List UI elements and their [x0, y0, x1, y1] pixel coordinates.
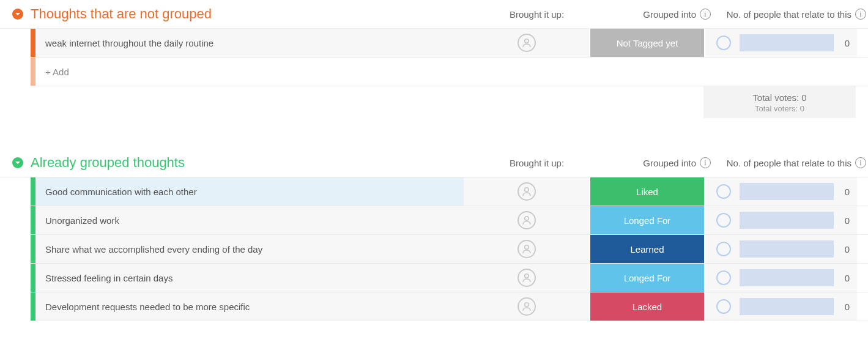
vote-count: 0: [842, 302, 850, 312]
svg-point-4: [524, 274, 528, 278]
thought-row[interactable]: Unorganized work Longed For 0: [31, 206, 868, 235]
thought-row[interactable]: weak internet throughout the daily routi…: [31, 29, 868, 58]
total-votes: Total votes: 0: [703, 92, 856, 103]
total-voters: Total voters: 0: [703, 104, 856, 113]
row-stripe: [31, 264, 35, 292]
vote-toggle[interactable]: [716, 213, 731, 228]
relate-cell: 0: [705, 206, 857, 234]
vote-toggle[interactable]: [716, 35, 731, 50]
vote-bar: [740, 34, 834, 51]
row-stripe: [31, 177, 35, 206]
relate-cell: 0: [705, 264, 857, 292]
brought-cell: [464, 292, 589, 321]
tag-longed[interactable]: Longed For: [590, 264, 704, 292]
row-stripe: [31, 292, 35, 321]
column-header-relate: No. of people that relate to this i: [714, 157, 866, 168]
thought-text: Stressed feeling in certain days: [35, 264, 464, 292]
section-header-grouped: Already grouped thoughts Brought it up: …: [0, 149, 868, 177]
thought-text: Share what we accomplished every ending …: [35, 235, 464, 263]
avatar-icon: [517, 240, 536, 258]
section-ungrouped: Thoughts that are not grouped Brought it…: [0, 0, 868, 118]
vote-toggle[interactable]: [716, 299, 731, 314]
thought-text: Unorganized work: [35, 206, 464, 234]
row-stripe: [31, 58, 35, 86]
column-header-grouped: Grouped into i: [599, 157, 714, 168]
relate-cell: 0: [705, 29, 857, 57]
collapse-toggle-ungrouped[interactable]: [12, 9, 23, 20]
section-title: Already grouped thoughts: [31, 155, 185, 171]
relate-cell: 0: [705, 235, 857, 263]
info-icon[interactable]: i: [700, 9, 711, 20]
add-label: + Add: [35, 58, 868, 86]
brought-cell: [464, 235, 589, 263]
tag-liked[interactable]: Liked: [590, 177, 704, 206]
vote-count: 0: [842, 244, 850, 255]
avatar-icon: [517, 269, 536, 287]
thought-row[interactable]: Stressed feeling in certain days Longed …: [31, 264, 868, 292]
thought-row[interactable]: Good communication with each other Liked…: [31, 177, 868, 206]
svg-point-5: [524, 303, 528, 307]
info-icon[interactable]: i: [855, 157, 866, 168]
section-title: Thoughts that are not grouped: [31, 6, 212, 22]
chevron-down-icon: [15, 11, 21, 17]
tag-lacked[interactable]: Lacked: [590, 292, 704, 321]
column-header-brought: Brought it up:: [474, 9, 599, 20]
vote-count: 0: [842, 38, 850, 48]
vote-count: 0: [842, 273, 850, 283]
chevron-down-icon: [15, 160, 21, 166]
thought-text: Good communication with each other: [35, 177, 464, 206]
vote-bar: [740, 183, 834, 200]
vote-bar: [740, 298, 834, 315]
info-icon[interactable]: i: [855, 9, 866, 20]
vote-toggle[interactable]: [716, 270, 731, 285]
section-header-ungrouped: Thoughts that are not grouped Brought it…: [0, 0, 868, 29]
vote-count: 0: [842, 215, 850, 226]
column-header-grouped: Grouped into i: [599, 9, 714, 20]
relate-cell: 0: [705, 292, 857, 321]
thought-row[interactable]: Development requests needed to be more s…: [31, 292, 868, 321]
avatar-icon: [517, 34, 536, 52]
relate-cell: 0: [705, 177, 857, 206]
column-header-relate: No. of people that relate to this i: [714, 9, 866, 20]
row-stripe: [31, 235, 35, 263]
vote-bar: [740, 212, 834, 229]
vote-bar: [740, 240, 834, 258]
tag-learned[interactable]: Learned: [590, 235, 704, 263]
avatar-icon: [517, 297, 536, 316]
row-stripe: [31, 29, 35, 57]
collapse-toggle-grouped[interactable]: [12, 157, 23, 168]
thought-text: weak internet throughout the daily routi…: [35, 29, 464, 57]
avatar-icon: [517, 211, 536, 229]
brought-cell: [464, 177, 589, 206]
vote-bar: [740, 269, 834, 286]
vote-toggle[interactable]: [716, 242, 731, 256]
svg-point-1: [524, 188, 528, 191]
svg-point-3: [524, 245, 528, 249]
totals-box: Total votes: 0 Total voters: 0: [703, 86, 856, 118]
brought-cell: [464, 264, 589, 292]
avatar-icon: [517, 182, 536, 201]
svg-point-0: [524, 39, 528, 43]
brought-cell: [464, 29, 589, 57]
add-row[interactable]: + Add: [31, 58, 868, 86]
info-icon[interactable]: i: [700, 157, 711, 168]
vote-toggle[interactable]: [716, 184, 731, 199]
thought-text: Development requests needed to be more s…: [35, 292, 464, 321]
column-header-brought: Brought it up:: [474, 158, 599, 168]
brought-cell: [464, 206, 589, 234]
section-grouped: Already grouped thoughts Brought it up: …: [0, 149, 868, 321]
thought-row[interactable]: Share what we accomplished every ending …: [31, 235, 868, 264]
vote-count: 0: [842, 187, 850, 197]
svg-point-2: [524, 217, 528, 220]
tag-not-tagged[interactable]: Not Tagged yet: [590, 29, 704, 57]
tag-longed[interactable]: Longed For: [590, 206, 704, 234]
row-stripe: [31, 206, 35, 234]
